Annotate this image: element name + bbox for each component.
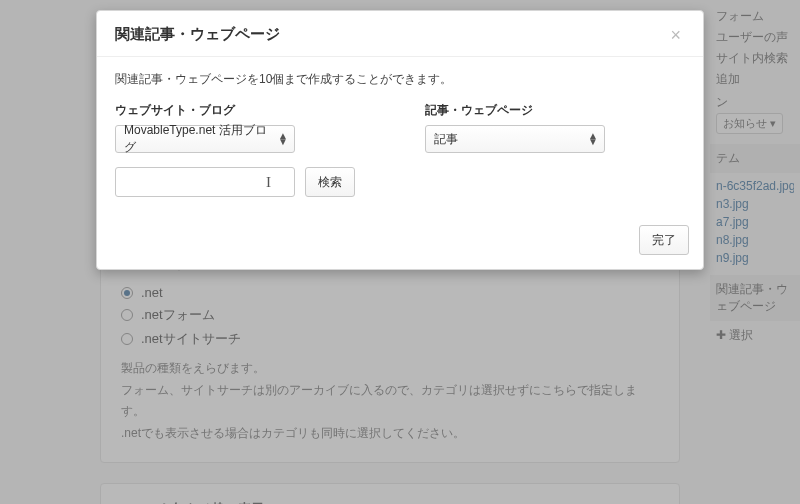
search-button[interactable]: 検索 [305,167,355,197]
type-label: 記事・ウェブページ [425,102,615,119]
search-row: I 検索 [115,167,685,197]
site-select-value: MovableType.net 活用ブログ [124,122,272,156]
modal-body: 関連記事・ウェブページを10個まで作成することができます。 ウェブサイト・ブログ… [97,57,703,215]
form-col-type: 記事・ウェブページ 記事 ▲▼ [425,102,615,153]
site-select[interactable]: MovableType.net 活用ブログ ▲▼ [115,125,295,153]
select-arrows-icon: ▲▼ [278,133,288,145]
modal-title: 関連記事・ウェブページ [115,25,280,44]
modal-description: 関連記事・ウェブページを10個まで作成することができます。 [115,71,685,88]
modal-footer: 完了 [97,215,703,269]
text-cursor-icon: I [266,174,271,191]
modal-header: 関連記事・ウェブページ × [97,11,703,57]
form-col-site: ウェブサイト・ブログ MovableType.net 活用ブログ ▲▼ [115,102,305,153]
select-arrows-icon: ▲▼ [588,133,598,145]
related-articles-modal: 関連記事・ウェブページ × 関連記事・ウェブページを10個まで作成することができ… [96,10,704,270]
close-icon[interactable]: × [666,26,685,44]
type-select-value: 記事 [434,131,458,148]
modal-overlay: 関連記事・ウェブページ × 関連記事・ウェブページを10個まで作成することができ… [0,0,800,504]
type-select[interactable]: 記事 ▲▼ [425,125,605,153]
site-label: ウェブサイト・ブログ [115,102,305,119]
done-button[interactable]: 完了 [639,225,689,255]
form-row-selects: ウェブサイト・ブログ MovableType.net 活用ブログ ▲▼ 記事・ウ… [115,102,685,153]
search-input[interactable]: I [115,167,295,197]
